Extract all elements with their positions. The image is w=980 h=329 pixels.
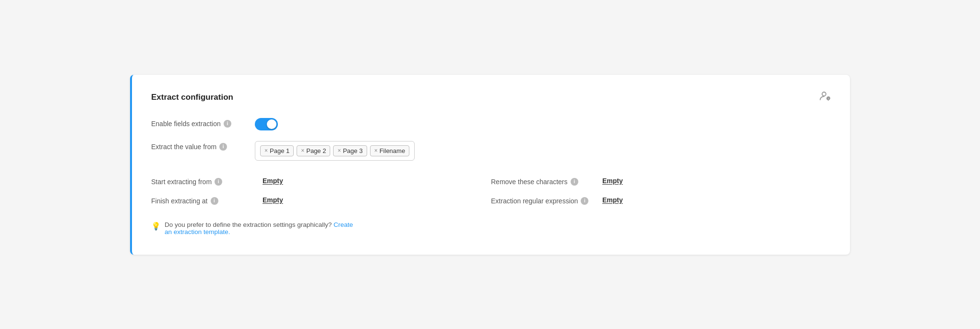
- regex-info-icon[interactable]: i: [581, 197, 588, 205]
- regex-label: Extraction regular expression i: [491, 195, 597, 205]
- start-extracting-label: Start extracting from i: [151, 176, 257, 186]
- finish-extracting-info-icon[interactable]: i: [211, 197, 218, 205]
- start-extracting-info-icon[interactable]: i: [215, 178, 222, 186]
- remove-chars-value[interactable]: Empty: [602, 177, 623, 185]
- enable-extraction-label: Enable fields extraction i: [151, 118, 247, 128]
- tag-page2-remove[interactable]: ×: [301, 148, 304, 153]
- start-extracting-value[interactable]: Empty: [263, 177, 283, 185]
- enable-extraction-info-icon[interactable]: i: [224, 120, 231, 128]
- start-extracting-field: Start extracting from i Empty: [151, 171, 491, 190]
- svg-point-0: [822, 92, 826, 96]
- finish-extracting-field: Finish extracting at i Empty: [151, 190, 491, 210]
- enable-extraction-toggle[interactable]: [255, 118, 278, 130]
- hint-text: Do you prefer to define the extraction s…: [165, 221, 353, 235]
- toggle-wrapper[interactable]: [255, 118, 278, 130]
- enable-extraction-row: Enable fields extraction i: [151, 118, 831, 130]
- tag-page1-remove[interactable]: ×: [264, 148, 268, 153]
- user-settings-icon[interactable]: [819, 90, 831, 105]
- hint-row: 💡 Do you prefer to define the extraction…: [151, 221, 831, 235]
- fields-grid: Start extracting from i Empty Remove the…: [151, 171, 831, 210]
- finish-extracting-value[interactable]: Empty: [263, 196, 283, 204]
- tags-input[interactable]: × Page 1 × Page 2 × Page 3 × Filename: [255, 141, 415, 161]
- tag-page2[interactable]: × Page 2: [297, 145, 330, 156]
- hint-icon: 💡: [151, 222, 161, 231]
- regex-field: Extraction regular expression i Empty: [491, 190, 831, 210]
- tag-page3[interactable]: × Page 3: [333, 145, 367, 156]
- card-header: Extract configuration: [151, 90, 831, 105]
- tag-page1[interactable]: × Page 1: [260, 145, 294, 156]
- tag-filename[interactable]: × Filename: [370, 145, 409, 156]
- tag-filename-remove[interactable]: ×: [374, 148, 378, 153]
- extract-from-label: Extract the value from i: [151, 141, 247, 151]
- regex-value[interactable]: Empty: [602, 196, 623, 204]
- tag-page3-remove[interactable]: ×: [337, 148, 341, 153]
- card-title: Extract configuration: [151, 93, 233, 102]
- extract-configuration-card: Extract configuration Enable fields extr…: [130, 75, 850, 255]
- finish-extracting-label: Finish extracting at i: [151, 195, 257, 205]
- remove-chars-info-icon[interactable]: i: [571, 178, 578, 186]
- extract-from-row: Extract the value from i × Page 1 × Page…: [151, 141, 831, 161]
- remove-chars-field: Remove these characters i Empty: [491, 171, 831, 190]
- extract-from-info-icon[interactable]: i: [219, 143, 227, 151]
- remove-chars-label: Remove these characters i: [491, 176, 597, 186]
